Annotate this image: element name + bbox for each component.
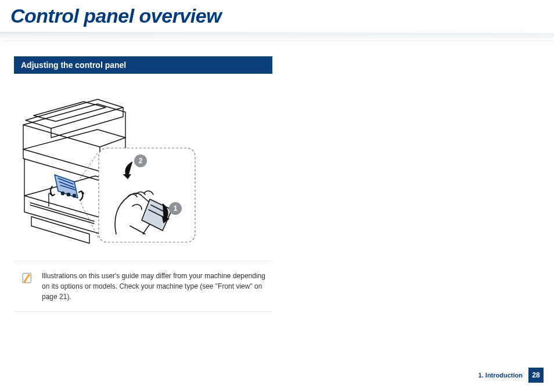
svg-point-1 bbox=[67, 193, 70, 196]
note-box: Illustrations on this user's guide may d… bbox=[14, 261, 272, 312]
printer-drawing: 2 1 bbox=[14, 84, 246, 250]
page-title: Control panel overview bbox=[0, 0, 554, 30]
printer-illustration: 2 1 bbox=[14, 84, 246, 250]
callout-1: 1 bbox=[169, 202, 182, 215]
footer-chapter: 1. Introduction bbox=[479, 372, 523, 379]
svg-text:1: 1 bbox=[174, 204, 178, 213]
callout-2: 2 bbox=[134, 154, 147, 167]
svg-line-5 bbox=[79, 199, 99, 239]
note-text: Illustrations on this user's guide may d… bbox=[42, 272, 265, 301]
svg-point-0 bbox=[62, 192, 64, 195]
footer-page-number: 28 bbox=[528, 368, 544, 383]
svg-text:2: 2 bbox=[139, 157, 143, 165]
note-icon bbox=[21, 272, 34, 285]
page-footer: 1. Introduction 28 bbox=[479, 368, 544, 383]
section-heading: Adjusting the control panel bbox=[14, 56, 272, 74]
svg-point-2 bbox=[73, 195, 76, 197]
title-divider bbox=[0, 33, 554, 40]
